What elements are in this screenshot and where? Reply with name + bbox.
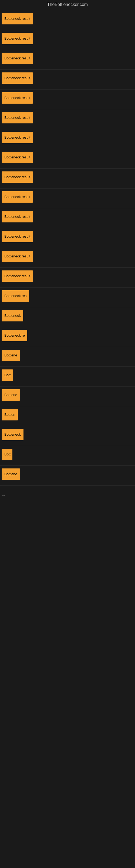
bottleneck-badge[interactable]: Bottleneck re	[2, 330, 27, 341]
site-header: TheBottlenecker.com	[0, 0, 135, 9]
bottleneck-badge[interactable]: Bottleneck result	[2, 251, 33, 262]
bottleneck-badge[interactable]: Bottleneck result	[2, 191, 33, 203]
ellipsis-indicator: ...	[1, 491, 6, 499]
bottleneck-badge[interactable]: Bottlene	[2, 468, 20, 480]
bottleneck-row: Bottlen	[0, 406, 135, 426]
bottleneck-row: Bottleneck res	[0, 287, 135, 307]
bottleneck-badge[interactable]: Bottleneck result	[2, 13, 33, 24]
bottleneck-badge[interactable]: Bottleneck	[2, 429, 24, 440]
bottleneck-badge[interactable]: Bottleneck result	[2, 92, 33, 104]
bottleneck-row: Bottleneck result	[0, 109, 135, 129]
bottleneck-row: Bottleneck	[0, 426, 135, 446]
site-title: TheBottlenecker.com	[0, 0, 135, 9]
bottleneck-badge[interactable]: Bottlene	[2, 350, 20, 361]
bottleneck-badge[interactable]: Bottleneck result	[2, 172, 33, 183]
bottleneck-row: Bottleneck result	[0, 188, 135, 208]
bottleneck-row: Bottleneck result	[0, 129, 135, 149]
bottleneck-row: Bottlene	[0, 466, 135, 486]
bottleneck-row: Bottleneck result	[0, 50, 135, 70]
bottleneck-row: Bottleneck result	[0, 10, 135, 30]
bottleneck-badge[interactable]: Bottleneck result	[2, 33, 33, 44]
bottleneck-row: Bottleneck result	[0, 248, 135, 268]
bottleneck-row: Bottleneck	[0, 307, 135, 327]
bottleneck-row: Bottleneck result	[0, 149, 135, 169]
bottleneck-row: Bott	[0, 446, 135, 466]
bottleneck-badge[interactable]: Bottleneck result	[2, 231, 33, 242]
bottleneck-badge[interactable]: Bottleneck result	[2, 53, 33, 64]
bottleneck-badge[interactable]: Bottleneck	[2, 310, 23, 321]
bottleneck-badge[interactable]: Bottlene	[2, 389, 20, 401]
bottleneck-badge[interactable]: Bottleneck result	[2, 271, 33, 282]
empty-bottom-section: ...	[0, 487, 135, 541]
bottleneck-row: Bottleneck result	[0, 30, 135, 50]
bottleneck-row: Bottleneck result	[0, 268, 135, 287]
bottleneck-badge[interactable]: Bottleneck result	[2, 112, 33, 123]
bottleneck-list: Bottleneck resultBottleneck resultBottle…	[0, 9, 135, 487]
bottleneck-badge[interactable]: Bottleneck result	[2, 152, 33, 163]
bottleneck-row: Bottleneck result	[0, 169, 135, 188]
bottleneck-row: Bottleneck result	[0, 90, 135, 109]
bottleneck-badge[interactable]: Bottlen	[2, 409, 18, 421]
bottleneck-row: Bott	[0, 367, 135, 386]
bottleneck-row: Bottleneck re	[0, 327, 135, 347]
bottleneck-badge[interactable]: Bottleneck res	[2, 290, 29, 302]
bottleneck-row: Bottleneck result	[0, 70, 135, 90]
bottleneck-badge[interactable]: Bottleneck result	[2, 72, 33, 84]
bottleneck-row: Bottlene	[0, 347, 135, 367]
bottleneck-badge[interactable]: Bott	[2, 448, 12, 460]
bottleneck-badge[interactable]: Bottleneck result	[2, 132, 33, 143]
bottleneck-row: Bottleneck result	[0, 208, 135, 228]
bottleneck-row: Bottlene	[0, 386, 135, 406]
bottleneck-row: Bottleneck result	[0, 228, 135, 248]
bottleneck-badge[interactable]: Bottleneck result	[2, 211, 33, 222]
bottleneck-badge[interactable]: Bott	[2, 369, 13, 381]
